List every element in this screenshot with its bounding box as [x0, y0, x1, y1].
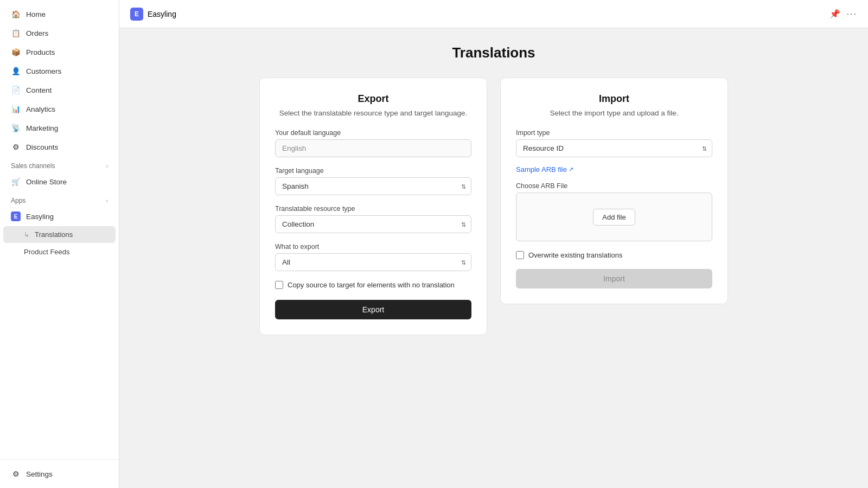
add-file-button[interactable]: Add file [593, 209, 635, 226]
sidebar-product-feeds-label: Product Feeds [24, 248, 70, 256]
overwrite-row: Overwrite existing translations [516, 251, 712, 259]
sidebar-item-easyling[interactable]: E Easyling [3, 207, 116, 226]
marketing-icon: 📡 [11, 123, 21, 133]
resource-type-select-wrapper: Collection Product Page Blog ⇅ [275, 215, 471, 233]
import-type-select-wrapper: Resource ID Handle ⇅ [516, 139, 712, 157]
sales-channels-section[interactable]: Sales channels › [3, 157, 116, 172]
easyling-icon: E [11, 211, 21, 221]
import-button[interactable]: Import [516, 269, 712, 288]
sidebar-item-product-feeds[interactable]: Product Feeds [3, 243, 116, 260]
content-icon: 📄 [11, 85, 21, 95]
default-language-group: Your default language [275, 129, 471, 157]
sidebar-item-content[interactable]: 📄 Content [3, 81, 116, 99]
content-area: Translations Export Select the translata… [119, 28, 868, 488]
sidebar-item-orders[interactable]: 📋 Orders [3, 24, 116, 42]
sidebar-easyling-label: Easyling [26, 213, 54, 221]
sidebar-item-analytics[interactable]: 📊 Analytics [3, 100, 116, 118]
sidebar-customers-label: Customers [26, 67, 61, 75]
orders-icon: 📋 [11, 28, 21, 38]
what-to-export-select-wrapper: All Translated Untranslated ⇅ [275, 253, 471, 271]
sidebar-content-label: Content [26, 86, 52, 94]
topbar-app-name: Easyling [148, 10, 176, 18]
pin-icon[interactable]: 📌 [829, 9, 840, 19]
topbar: E Easyling 📌 ··· [119, 0, 868, 28]
default-language-label: Your default language [275, 129, 471, 137]
sample-arb-file-link[interactable]: Sample ARB file ↗ [516, 165, 573, 174]
copy-source-checkbox[interactable] [275, 281, 283, 289]
home-icon: 🏠 [11, 9, 21, 19]
export-card-title: Export [275, 93, 471, 105]
sidebar-item-discounts[interactable]: ⚙ Discounts [3, 138, 116, 156]
what-to-export-select[interactable]: All Translated Untranslated [275, 253, 471, 271]
main-content: E Easyling 📌 ··· Translations Export Sel… [119, 0, 868, 488]
what-to-export-label: What to export [275, 243, 471, 251]
sales-channels-chevron-icon: › [106, 163, 108, 169]
sidebar-item-home[interactable]: 🏠 Home [3, 5, 116, 23]
sidebar-home-label: Home [26, 10, 46, 18]
sales-channels-label: Sales channels [11, 162, 55, 170]
import-card-subtitle: Select the import type and upload a file… [516, 109, 712, 117]
copy-source-label: Copy source to target for elements with … [288, 281, 455, 289]
online-store-icon: 🛒 [11, 177, 21, 187]
export-card-subtitle: Select the translatable resource type an… [275, 109, 471, 117]
sidebar-discounts-label: Discounts [26, 143, 58, 151]
import-type-select[interactable]: Resource ID Handle [516, 139, 712, 157]
import-type-label: Import type [516, 129, 712, 137]
topbar-right: 📌 ··· [829, 9, 857, 19]
sidebar-item-marketing[interactable]: 📡 Marketing [3, 119, 116, 137]
sample-arb-file-label: Sample ARB file [516, 165, 567, 174]
target-language-label: Target language [275, 167, 471, 175]
more-options-icon[interactable]: ··· [847, 9, 857, 19]
overwrite-checkbox[interactable] [516, 251, 524, 259]
analytics-icon: 📊 [11, 104, 21, 114]
sidebar-item-customers[interactable]: 👤 Customers [3, 62, 116, 80]
copy-source-checkbox-row: Copy source to target for elements with … [275, 281, 471, 289]
import-type-group: Import type Resource ID Handle ⇅ [516, 129, 712, 157]
default-language-input [275, 139, 471, 157]
sidebar-marketing-label: Marketing [26, 124, 58, 132]
sidebar-item-products[interactable]: 📦 Products [3, 43, 116, 61]
file-drop-area[interactable]: Add file [516, 192, 712, 241]
export-card: Export Select the translatable resource … [259, 78, 487, 335]
target-language-select-wrapper: Spanish French German Portuguese ⇅ [275, 177, 471, 195]
sidebar-settings-label: Settings [26, 470, 53, 478]
discounts-icon: ⚙ [11, 142, 21, 152]
export-button[interactable]: Export [275, 300, 471, 319]
sidebar-translations-label: Translations [35, 230, 73, 239]
settings-icon: ⚙ [11, 469, 21, 479]
sidebar-online-store-label: Online Store [26, 178, 67, 186]
translations-indent-icon: ↳ [24, 231, 29, 239]
sidebar-item-settings[interactable]: ⚙ Settings [3, 465, 116, 483]
apps-chevron-icon: › [106, 197, 108, 204]
sidebar-item-translations[interactable]: ↳ Translations [3, 226, 116, 243]
choose-arb-file-label: Choose ARB File [516, 182, 712, 190]
apps-section[interactable]: Apps › [3, 191, 116, 207]
sidebar-analytics-label: Analytics [26, 105, 55, 113]
topbar-left: E Easyling [130, 8, 176, 21]
products-icon: 📦 [11, 47, 21, 57]
sidebar-products-label: Products [26, 48, 55, 56]
target-language-select[interactable]: Spanish French German Portuguese [275, 177, 471, 195]
resource-type-label: Translatable resource type [275, 205, 471, 213]
customers-icon: 👤 [11, 66, 21, 76]
cards-row: Export Select the translatable resource … [141, 78, 846, 335]
sidebar: 🏠 Home 📋 Orders 📦 Products 👤 Customers 📄… [0, 0, 119, 488]
import-card: Import Select the import type and upload… [500, 78, 728, 304]
import-card-title: Import [516, 93, 712, 105]
easyling-app-icon: E [130, 8, 143, 21]
apps-label: Apps [11, 197, 25, 204]
what-to-export-group: What to export All Translated Untranslat… [275, 243, 471, 271]
target-language-group: Target language Spanish French German Po… [275, 167, 471, 195]
sidebar-item-online-store[interactable]: 🛒 Online Store [3, 172, 116, 191]
choose-arb-file-group: Choose ARB File Add file [516, 182, 712, 241]
resource-type-select[interactable]: Collection Product Page Blog [275, 215, 471, 233]
page-title: Translations [141, 44, 846, 61]
external-link-icon: ↗ [569, 166, 573, 173]
resource-type-group: Translatable resource type Collection Pr… [275, 205, 471, 233]
sidebar-orders-label: Orders [26, 29, 48, 37]
overwrite-label: Overwrite existing translations [528, 251, 622, 259]
